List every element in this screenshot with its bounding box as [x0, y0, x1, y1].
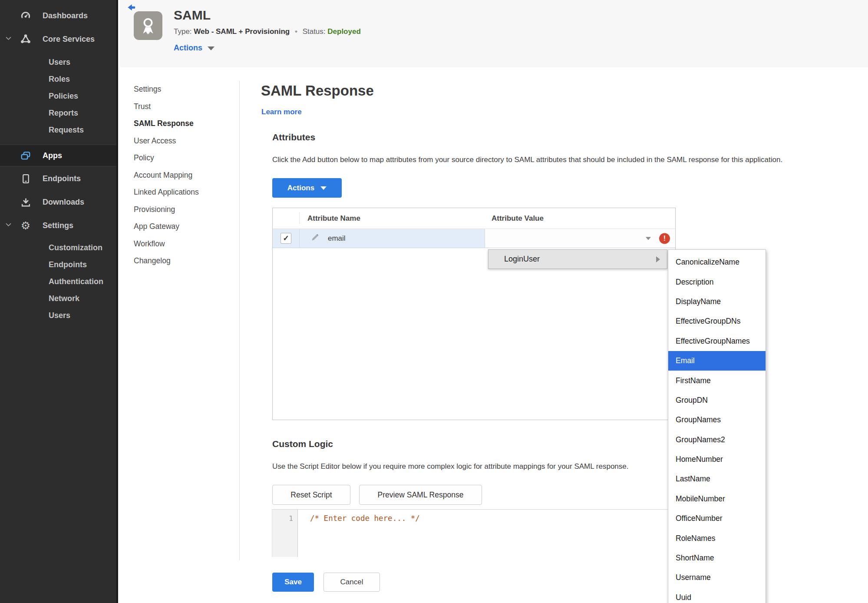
cancel-button[interactable]: Cancel	[323, 573, 380, 592]
settings-submenu: Customization Endpoints Authentication N…	[0, 239, 116, 324]
row-checkbox[interactable]: ✓	[281, 233, 291, 244]
tab-settings[interactable]: Settings	[134, 81, 231, 98]
sidebar-item-authentication[interactable]: Authentication	[0, 273, 116, 290]
menu-option[interactable]: EffectiveGroupDNs	[668, 311, 766, 331]
app-title: SAML	[174, 8, 211, 23]
tab-changelog[interactable]: Changelog	[134, 252, 231, 270]
core-services-icon	[20, 33, 31, 45]
sidebar-item-settings-users[interactable]: Users	[0, 307, 116, 324]
sidebar-item-downloads[interactable]: Downloads	[0, 191, 116, 213]
editor-code-area[interactable]: /* Enter code here... */	[298, 510, 676, 557]
sidebar-item-label: Core Services	[43, 35, 95, 44]
core-services-submenu: Users Roles Policies Reports Requests	[0, 54, 116, 139]
save-button[interactable]: Save	[272, 573, 314, 592]
chevron-down-icon	[5, 35, 12, 44]
tab-saml-response[interactable]: SAML Response	[134, 115, 231, 133]
type-label: Type:	[174, 27, 192, 36]
tab-trust[interactable]: Trust	[134, 98, 231, 116]
sidebar-item-roles[interactable]: Roles	[0, 71, 116, 88]
sidebar-item-label: Dashboards	[43, 11, 88, 20]
menu-option[interactable]: MobileNumber	[668, 489, 766, 509]
caret-down-icon	[320, 186, 327, 190]
custom-logic-heading: Custom Logic	[272, 439, 333, 449]
menu-option[interactable]: Description	[668, 272, 766, 292]
dashboard-icon	[20, 10, 31, 21]
checkmark-icon: ✓	[283, 234, 289, 243]
app-subnav: Settings Trust SAML Response User Access…	[134, 81, 231, 270]
header-actions-menu[interactable]: Actions	[174, 43, 215, 53]
error-icon: !	[659, 233, 670, 244]
sidebar-item-apps-active[interactable]: Apps	[0, 145, 116, 166]
learn-more-link[interactable]: Learn more	[261, 108, 302, 116]
menu-option[interactable]: ShortName	[668, 548, 766, 568]
menu-option[interactable]: DisplayName	[668, 292, 766, 311]
tab-account-mapping[interactable]: Account Mapping	[134, 167, 231, 184]
sidebar-item-label: Apps	[43, 151, 62, 160]
chevron-down-icon	[5, 221, 12, 230]
sidebar-item-users[interactable]: Users	[0, 54, 116, 71]
menu-option[interactable]: HomeNumber	[668, 450, 766, 469]
menu-option[interactable]: RoleNames	[668, 528, 766, 548]
menu-option[interactable]: EffectiveGroupNames	[668, 331, 766, 351]
type-value: Web - SAML + Provisioning	[194, 27, 290, 36]
select-column-header	[273, 208, 300, 229]
sidebar-item-settings-endpoints[interactable]: Endpoints	[0, 256, 116, 273]
status-badge: Deployed	[327, 27, 361, 36]
tab-workflow[interactable]: Workflow	[134, 235, 231, 253]
app-header: SAML Type: Web - SAML + Provisioning • S…	[120, 0, 868, 67]
sidebar-item-policies[interactable]: Policies	[0, 88, 116, 105]
menu-option[interactable]: GroupNames2	[668, 430, 766, 450]
menu-option[interactable]: CanonicalizeName	[668, 252, 766, 272]
column-header-attribute-name: Attribute Name	[307, 214, 360, 223]
value-menu-loginuser[interactable]: LoginUser	[488, 249, 667, 269]
table-header: Attribute Name Attribute Value	[273, 208, 675, 229]
attributes-table: Attribute Name Attribute Value ✓ email !	[272, 208, 676, 420]
custom-logic-description: Use the Script Editor below if you requi…	[272, 462, 628, 471]
column-header-attribute-value: Attribute Value	[492, 214, 544, 223]
sidebar-item-endpoints[interactable]: Endpoints	[0, 167, 116, 190]
sidebar-item-label: Downloads	[43, 198, 84, 207]
caret-down-icon	[208, 46, 215, 50]
attributes-actions-button[interactable]: Actions	[272, 178, 342, 198]
reset-script-button[interactable]: Reset Script	[272, 485, 350, 505]
table-row[interactable]: ✓ email !	[273, 229, 675, 248]
menu-option[interactable]: Uuid	[668, 588, 766, 603]
attributes-heading: Attributes	[272, 132, 315, 142]
attribute-value-dropdown[interactable]: !	[485, 229, 675, 248]
sidebar-item-requests[interactable]: Requests	[0, 122, 116, 139]
menu-option[interactable]: LastName	[668, 469, 766, 489]
sidebar-item-settings[interactable]: ⚙ Settings	[0, 214, 116, 237]
menu-option[interactable]: Username	[668, 568, 766, 587]
menu-option[interactable]: OfficeNumber	[668, 509, 766, 528]
menu-option[interactable]: FirstName	[668, 371, 766, 390]
status-label: Status:	[303, 27, 326, 36]
menu-option[interactable]: GroupNames	[668, 410, 766, 430]
sidebar-item-dashboards[interactable]: Dashboards	[0, 6, 116, 25]
tab-linked-applications[interactable]: Linked Applications	[134, 184, 231, 201]
tab-user-access[interactable]: User Access	[134, 133, 231, 150]
sidebar: Dashboards Core Services Users Roles Pol…	[0, 0, 118, 603]
tab-provisioning[interactable]: Provisioning	[134, 201, 231, 219]
menu-option-selected[interactable]: Email	[668, 351, 766, 371]
tab-app-gateway[interactable]: App Gateway	[134, 218, 231, 235]
separator-dot: •	[295, 27, 297, 36]
preview-saml-response-button[interactable]: Preview SAML Response	[359, 485, 482, 505]
sidebar-item-network[interactable]: Network	[0, 290, 116, 307]
edit-pencil-icon[interactable]	[311, 233, 319, 243]
nav-divider	[239, 81, 240, 560]
sidebar-item-label: Settings	[43, 221, 73, 230]
apps-icon	[20, 150, 31, 161]
gear-icon: ⚙	[20, 220, 31, 231]
sidebar-item-customization[interactable]: Customization	[0, 239, 116, 256]
app-logo	[134, 11, 162, 40]
submenu-arrow-icon	[656, 256, 660, 262]
sidebar-item-reports[interactable]: Reports	[0, 105, 116, 122]
sidebar-item-core-services[interactable]: Core Services	[0, 30, 116, 49]
editor-line-number: 1	[272, 510, 298, 557]
attributes-description: Click the Add button below to map attrib…	[272, 156, 782, 164]
download-icon	[20, 196, 31, 208]
endpoint-device-icon	[20, 173, 31, 184]
caret-down-icon	[646, 237, 651, 240]
menu-option[interactable]: GroupDN	[668, 391, 766, 410]
tab-policy[interactable]: Policy	[134, 149, 231, 167]
